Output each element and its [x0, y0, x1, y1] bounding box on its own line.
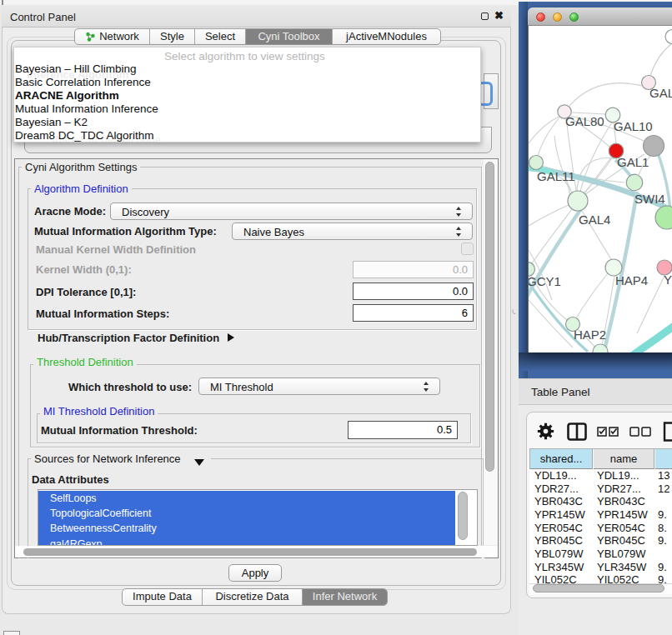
svg-text:GAL10: GAL10	[614, 119, 653, 133]
svg-text:HAP2: HAP2	[574, 328, 606, 342]
svg-text:SWI4: SWI4	[634, 192, 665, 206]
svg-text:GAL80: GAL80	[565, 114, 604, 128]
svg-text:Y: Y	[664, 272, 672, 287]
svg-text:GCY1: GCY1	[529, 274, 561, 288]
svg-text:GAL7: GAL7	[649, 86, 672, 100]
svg-text:GAL4: GAL4	[579, 212, 610, 227]
svg-text:HAP4: HAP4	[615, 273, 648, 288]
svg-text:GAL11: GAL11	[537, 169, 575, 183]
svg-text:GAL1: GAL1	[617, 155, 649, 169]
